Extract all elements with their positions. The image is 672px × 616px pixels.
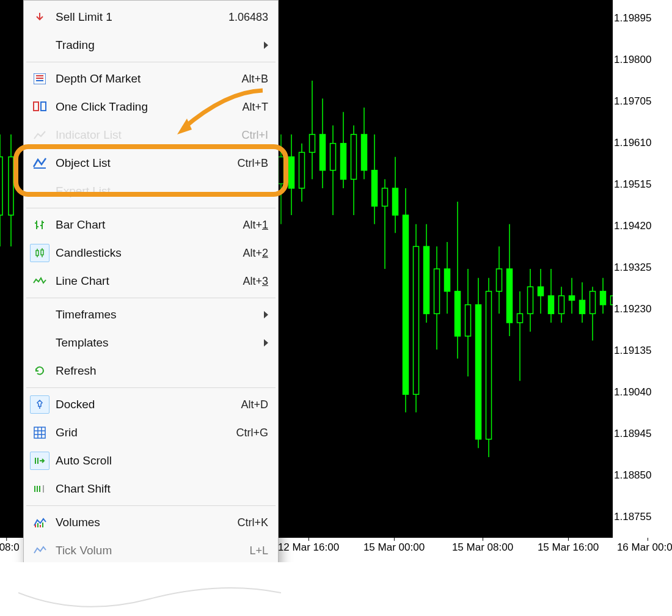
menu-docked[interactable]: Docked Alt+D: [25, 391, 277, 419]
menu-separator: [26, 62, 276, 62]
svg-rect-7: [310, 134, 315, 152]
candlestick-icon: [30, 244, 49, 262]
x-tick-label: 16 Mar 00:00: [617, 541, 672, 554]
menu-label: Line Chart: [52, 274, 243, 288]
menu-separator: [26, 298, 276, 298]
x-tick-label: 12 Mar 16:00: [278, 541, 339, 554]
submenu-arrow-icon: [264, 42, 268, 49]
y-tick-label: 1.18945: [613, 428, 668, 440]
menu-accel: Alt+1: [243, 219, 268, 232]
menu-accel: Alt+T: [242, 101, 268, 114]
menu-tick-volumes[interactable]: Tick Volum L+L: [25, 537, 277, 565]
y-tick-label: 1.19135: [613, 345, 668, 357]
svg-rect-67: [0, 157, 2, 215]
menu-chart-shift[interactable]: Chart Shift: [25, 475, 277, 503]
svg-rect-1: [279, 157, 284, 184]
svg-rect-25: [403, 215, 409, 394]
menu-label: Chart Shift: [52, 482, 268, 496]
menu-accel: Ctrl+K: [237, 516, 268, 529]
menu-refresh[interactable]: Refresh: [25, 357, 277, 385]
y-tick-label: 1.19610: [613, 137, 668, 149]
menu-separator: [26, 505, 276, 506]
y-tick-label: 1.18755: [613, 511, 668, 523]
bar-chart-icon: [27, 219, 52, 230]
menu-sell-limit[interactable]: Sell Limit 1 1.06483: [25, 3, 277, 31]
menu-volumes[interactable]: Volumes Ctrl+K: [25, 508, 277, 537]
menu-line-chart[interactable]: Line Chart Alt+3: [25, 267, 277, 295]
svg-rect-5: [299, 152, 305, 188]
y-tick-label: 1.19895: [613, 12, 668, 24]
y-tick-label: 1.19705: [613, 95, 668, 108]
menu-label: Sell Limit 1: [52, 10, 228, 24]
menu-candlesticks[interactable]: Candlesticks Alt+2: [25, 239, 277, 267]
svg-rect-13: [341, 144, 346, 180]
y-tick-label: 1.19800: [613, 54, 668, 66]
menu-bar-chart[interactable]: Bar Chart Alt+1: [25, 211, 277, 239]
menu-accel: L+L: [249, 544, 268, 557]
svg-rect-53: [549, 296, 554, 314]
menu-label: Timeframes: [52, 308, 259, 321]
submenu-arrow-icon: [264, 339, 268, 346]
menu-label: Volumes: [52, 516, 237, 529]
menu-label: Expert List: [52, 185, 268, 198]
menu-accel: Ctrl+B: [237, 157, 268, 170]
menu-indicator-list[interactable]: Indicator List Ctrl+I: [25, 121, 277, 149]
svg-rect-29: [424, 246, 429, 314]
menu-trading[interactable]: Trading: [25, 31, 277, 59]
svg-rect-33: [445, 269, 450, 292]
svg-rect-35: [455, 292, 461, 336]
svg-rect-69: [9, 157, 13, 215]
menu-label: Candlesticks: [52, 246, 243, 260]
tick-volumes-icon: [27, 546, 52, 556]
svg-rect-23: [393, 188, 398, 215]
svg-rect-75: [41, 102, 46, 111]
menu-accel: Alt+D: [241, 398, 268, 411]
indicator-icon: [27, 130, 52, 140]
svg-rect-55: [559, 296, 564, 314]
menu-object-list[interactable]: Object List Ctrl+B: [25, 149, 277, 177]
menu-depth-of-market[interactable]: Depth Of Market Alt+B: [25, 65, 277, 93]
menu-grid[interactable]: Grid Ctrl+G: [25, 419, 277, 447]
svg-rect-39: [476, 305, 481, 439]
x-tick-label: 15 Mar 08:00: [452, 541, 513, 554]
svg-rect-59: [580, 300, 585, 314]
menu-label: Grid: [52, 426, 236, 439]
menu-label: Depth Of Market: [52, 72, 241, 86]
menu-auto-scroll[interactable]: Auto Scroll: [25, 447, 277, 475]
one-click-icon: [27, 101, 52, 112]
y-tick-label: 1.19040: [613, 386, 668, 398]
menu-accel: Alt+B: [241, 73, 268, 86]
object-list-icon: [27, 157, 52, 169]
volumes-icon: [27, 517, 52, 528]
menu-timeframes[interactable]: Timeframes: [25, 301, 277, 329]
submenu-arrow-icon: [264, 311, 268, 318]
svg-rect-11: [331, 144, 336, 170]
svg-rect-74: [34, 102, 38, 111]
y-tick-label: 1.19230: [613, 303, 668, 315]
menu-accel: 1.06483: [228, 11, 268, 24]
menu-accel: Ctrl+I: [241, 129, 268, 142]
y-tick-label: 1.19325: [613, 262, 668, 274]
svg-rect-41: [486, 292, 492, 439]
menu-label: Indicator List: [52, 128, 241, 142]
svg-rect-37: [466, 305, 471, 336]
menu-templates[interactable]: Templates: [25, 329, 277, 357]
menu-one-click-trading[interactable]: One Click Trading Alt+T: [25, 93, 277, 121]
menu-accel: Ctrl+G: [236, 427, 268, 439]
chart-shift-icon: [27, 484, 52, 494]
pin-icon: [30, 395, 49, 414]
sell-arrow-icon: [27, 12, 52, 23]
menu-label: Tick Volum: [52, 544, 249, 557]
svg-rect-49: [528, 287, 533, 314]
menu-expert-list[interactable]: Expert List: [25, 177, 277, 205]
chart-context-menu: Sell Limit 1 1.06483 Trading Depth Of Ma…: [23, 0, 279, 568]
menu-separator: [26, 208, 276, 208]
x-tick-label: 15 Mar 00:00: [363, 541, 425, 554]
x-tick-label: r 08:0: [0, 541, 20, 554]
y-tick-label: 1.19420: [613, 220, 668, 232]
menu-label: Refresh: [52, 364, 268, 378]
svg-rect-27: [414, 246, 419, 394]
svg-rect-61: [590, 292, 596, 314]
svg-rect-63: [601, 292, 606, 305]
wave-cutoff: [18, 587, 281, 616]
